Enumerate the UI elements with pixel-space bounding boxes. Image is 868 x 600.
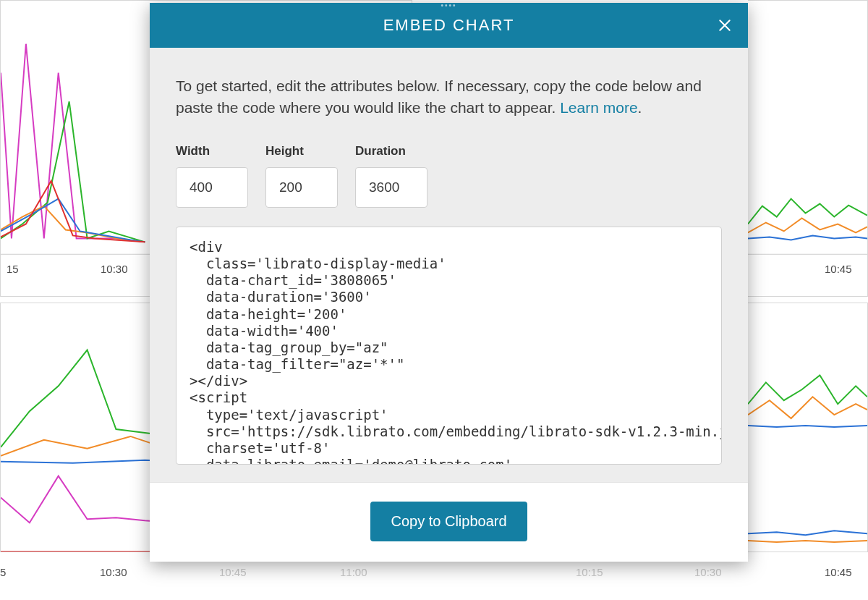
width-label: Width xyxy=(176,144,248,159)
width-field-group: Width xyxy=(176,144,248,208)
duration-field-group: Duration xyxy=(355,144,427,208)
modal-title: EMBED CHART xyxy=(383,16,515,35)
height-input[interactable] xyxy=(265,167,338,208)
field-row: Width Height Duration xyxy=(176,144,722,208)
height-label: Height xyxy=(265,144,338,159)
embed-code-textarea[interactable]: <div class='librato-display-media' data-… xyxy=(176,227,722,465)
learn-more-link[interactable]: Learn more xyxy=(560,99,637,116)
close-button[interactable] xyxy=(715,15,735,35)
intro-text: To get started, edit the attributes belo… xyxy=(176,75,722,119)
height-field-group: Height xyxy=(265,144,338,208)
drag-handle-icon[interactable]: •••• xyxy=(441,3,456,8)
period: . xyxy=(638,99,642,116)
width-input[interactable] xyxy=(176,167,248,208)
duration-input[interactable] xyxy=(355,167,427,208)
modal-footer: Copy to Clipboard xyxy=(150,482,748,562)
embed-chart-modal: •••• EMBED CHART To get started, edit th… xyxy=(150,3,748,562)
modal-header: •••• EMBED CHART xyxy=(150,3,748,48)
modal-body: To get started, edit the attributes belo… xyxy=(150,48,748,482)
duration-label: Duration xyxy=(355,144,427,159)
close-icon xyxy=(718,18,732,33)
copy-to-clipboard-button[interactable]: Copy to Clipboard xyxy=(370,502,527,541)
